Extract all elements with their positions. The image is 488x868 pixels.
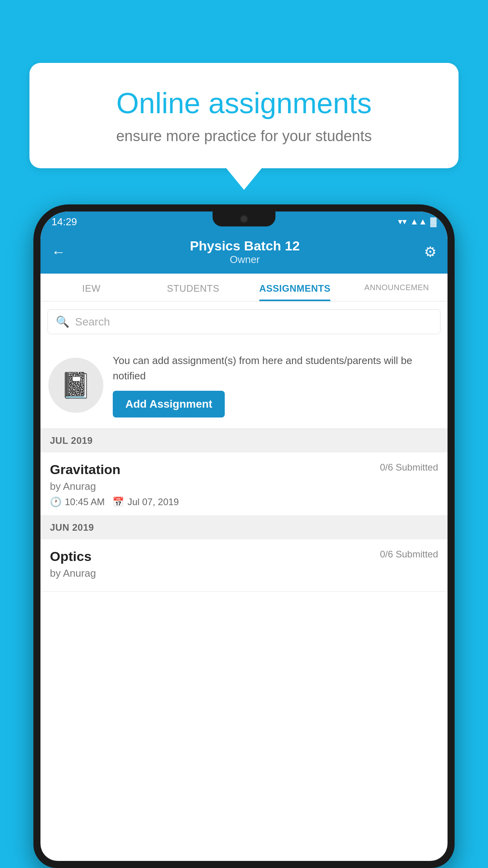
section-header-jul: JUL 2019 [40,429,448,452]
assignment-item-gravitation[interactable]: Gravitation 0/6 Submitted by Anurag 🕐 10… [40,452,448,516]
assignment-item-optics[interactable]: Optics 0/6 Submitted by Anurag [40,539,448,592]
tab-announcements[interactable]: ANNOUNCEMEN [346,274,448,301]
battery-icon: ▓ [430,217,437,227]
tab-view[interactable]: IEW [40,274,142,301]
add-assignment-promo: 📓 You can add assignment(s) from here an… [40,342,448,429]
assignment-author-gravitation: by Anurag [50,480,438,493]
assignment-meta-gravitation: 🕐 10:45 AM 📅 Jul 07, 2019 [50,497,438,508]
status-time: 14:29 [51,216,77,228]
tab-assignments[interactable]: ASSIGNMENTS [244,274,346,301]
search-box[interactable]: 🔍 Search [48,309,440,334]
speech-bubble: Online assignments ensure more practice … [29,63,459,168]
promo-right: You can add assignment(s) from here and … [113,353,440,417]
back-button[interactable]: ← [51,244,66,260]
search-icon: 🔍 [56,315,70,328]
phone-frame: 14:29 ▾▾ ▲▲ ▓ ← Physics Batch 12 Owner ⚙… [33,204,455,868]
assignment-date-value: Jul 07, 2019 [127,497,179,508]
search-container: 🔍 Search [40,302,448,342]
wifi-icon: ▾▾ [398,217,407,227]
speech-bubble-subtitle: ensure more practice for your students [57,128,431,145]
assignment-time-value: 10:45 AM [65,497,105,508]
tab-students[interactable]: STUDENTS [142,274,244,301]
notebook-icon: 📓 [60,371,92,400]
assignment-time: 🕐 10:45 AM [50,497,105,508]
header-title-group: Physics Batch 12 Owner [190,238,300,266]
assignment-name-gravitation: Gravitation [50,462,120,477]
clock-icon: 🕐 [50,497,62,508]
speech-bubble-container: Online assignments ensure more practice … [29,63,459,190]
phone-notch [213,211,275,226]
tabs-bar: IEW STUDENTS ASSIGNMENTS ANNOUNCEMEN [40,274,448,302]
phone-camera [240,215,248,223]
status-icons: ▾▾ ▲▲ ▓ [398,217,437,227]
assignment-submitted-gravitation: 0/6 Submitted [380,462,438,473]
assignment-author-optics: by Anurag [50,567,438,579]
header-subtitle: Owner [190,254,300,266]
assignment-name-optics: Optics [50,549,92,564]
section-header-jun: JUN 2019 [40,516,448,539]
assignment-row1: Gravitation 0/6 Submitted [50,462,438,477]
add-assignment-button[interactable]: Add Assignment [113,391,225,417]
speech-bubble-arrow [226,168,262,190]
phone-screen: 14:29 ▾▾ ▲▲ ▓ ← Physics Batch 12 Owner ⚙… [40,211,448,861]
assignment-icon-circle: 📓 [48,358,103,413]
assignment-date: 📅 Jul 07, 2019 [112,497,179,508]
header-title: Physics Batch 12 [190,238,300,254]
app-header: ← Physics Batch 12 Owner ⚙ [40,232,448,274]
speech-bubble-title: Online assignments [57,86,431,120]
assignment-row1-optics: Optics 0/6 Submitted [50,549,438,564]
calendar-icon: 📅 [112,497,124,508]
assignment-submitted-optics: 0/6 Submitted [380,549,438,560]
signal-icon: ▲▲ [410,217,427,227]
promo-text: You can add assignment(s) from here and … [113,353,440,384]
search-placeholder: Search [75,316,110,328]
settings-icon[interactable]: ⚙ [424,244,437,260]
